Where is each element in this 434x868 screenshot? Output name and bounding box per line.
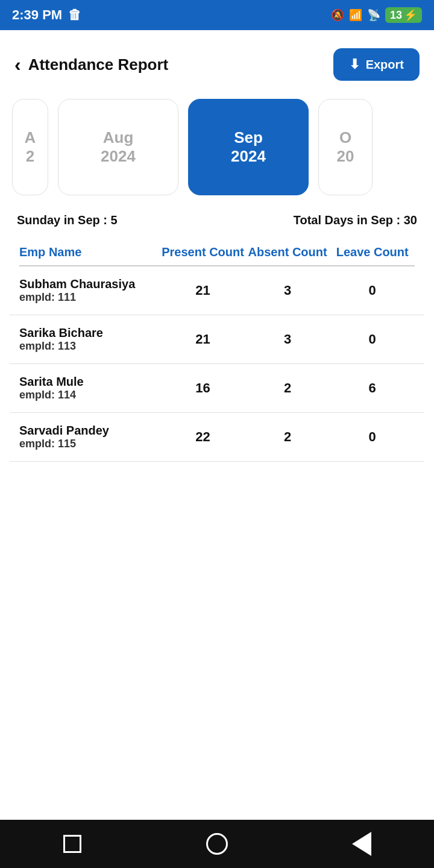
absent-count-cell: 3	[245, 283, 330, 298]
battery-badge: 13 ⚡	[385, 7, 422, 23]
absent-count-header: Absent Count	[245, 245, 330, 259]
emp-id: empId: 114	[19, 389, 76, 401]
emp-cell: Sarvadi Pandey empId: 115	[19, 424, 160, 450]
lightning-icon: ⚡	[404, 8, 417, 22]
emp-id: empId: 113	[19, 340, 76, 353]
app-header: ‹ Attendance Report ⬇ Export	[0, 30, 434, 93]
square-icon	[63, 835, 81, 853]
mute-icon: 🔕	[331, 8, 344, 22]
month-selector: A 2 Aug 2024 Sep 2024 O 20	[0, 93, 434, 207]
nav-back-button[interactable]	[347, 829, 377, 859]
present-count-cell: 16	[160, 380, 245, 396]
table-row[interactable]: Sarika Bichare empId: 113 21 3 0	[10, 315, 424, 364]
emp-name: Subham Chaurasiya	[19, 277, 135, 291]
emp-id: empId: 115	[19, 438, 76, 450]
status-icons-area: 🔕 📶 📡 13 ⚡	[331, 7, 422, 23]
emp-cell: Sarita Mule empId: 114	[19, 375, 160, 401]
page-title: Attendance Report	[28, 55, 169, 74]
leave-count-cell: 0	[330, 332, 415, 347]
present-count-cell: 21	[160, 332, 245, 347]
table-row[interactable]: Sarita Mule empId: 114 16 2 6	[10, 364, 424, 413]
bottom-navigation	[0, 820, 434, 868]
emp-cell: Sarika Bichare empId: 113	[19, 326, 160, 353]
aug-month-year: 2024	[101, 147, 136, 166]
present-count-header: Present Count	[160, 245, 245, 259]
total-days-stat: Total Days in Sep : 30	[294, 213, 417, 227]
clock-time: 2:39 PM	[12, 7, 62, 23]
wifi-icon: 📡	[367, 8, 380, 22]
emp-name: Sarvadi Pandey	[19, 424, 109, 438]
nav-square-button[interactable]	[57, 829, 87, 859]
present-count-cell: 22	[160, 429, 245, 445]
leave-count-cell: 6	[330, 380, 415, 396]
present-count-cell: 21	[160, 283, 245, 298]
absent-count-cell: 2	[245, 380, 330, 396]
export-label: Export	[366, 58, 404, 72]
circle-icon	[206, 833, 228, 855]
leave-count-cell: 0	[330, 283, 415, 298]
leave-count-header: Leave Count	[330, 245, 415, 259]
leave-count-cell: 0	[330, 429, 415, 445]
table-row[interactable]: Subham Chaurasiya empId: 111 21 3 0	[10, 266, 424, 315]
attendance-table: Emp Name Present Count Absent Count Leav…	[0, 239, 434, 462]
sep-month-year: 2024	[231, 147, 266, 166]
emp-name-header: Emp Name	[19, 245, 160, 259]
aug-month-name: Aug	[103, 128, 134, 147]
emp-name: Sarita Mule	[19, 375, 84, 389]
emp-id: empId: 111	[19, 291, 76, 304]
export-button[interactable]: ⬇ Export	[333, 48, 420, 81]
header-left: ‹ Attendance Report	[14, 54, 168, 76]
month-card-partial-right[interactable]: O 20	[318, 99, 373, 195]
month-card-sep[interactable]: Sep 2024	[188, 99, 309, 195]
month-card-aug[interactable]: Aug 2024	[58, 99, 178, 195]
status-bar: 2:39 PM 🗑 🔕 📶 📡 13 ⚡	[0, 0, 434, 30]
absent-count-cell: 2	[245, 429, 330, 445]
emp-cell: Subham Chaurasiya empId: 111	[19, 277, 160, 304]
table-header-row: Emp Name Present Count Absent Count Leav…	[10, 239, 424, 265]
sundays-stat: Sunday in Sep : 5	[17, 213, 118, 227]
signal-icon: 📶	[349, 8, 362, 22]
sep-month-name: Sep	[234, 128, 263, 147]
emp-name: Sarika Bichare	[19, 326, 103, 340]
month-card-partial-left[interactable]: A 2	[12, 99, 48, 195]
absent-count-cell: 3	[245, 332, 330, 347]
triangle-icon	[352, 832, 371, 856]
nav-home-button[interactable]	[202, 829, 232, 859]
trash-icon: 🗑	[68, 7, 81, 23]
back-button[interactable]: ‹	[14, 54, 21, 76]
employee-rows-container: Subham Chaurasiya empId: 111 21 3 0 Sari…	[10, 266, 424, 462]
stats-row: Sunday in Sep : 5 Total Days in Sep : 30	[0, 207, 434, 239]
table-row[interactable]: Sarvadi Pandey empId: 115 22 2 0	[10, 413, 424, 462]
download-icon: ⬇	[349, 57, 360, 72]
status-time-area: 2:39 PM 🗑	[12, 7, 81, 23]
